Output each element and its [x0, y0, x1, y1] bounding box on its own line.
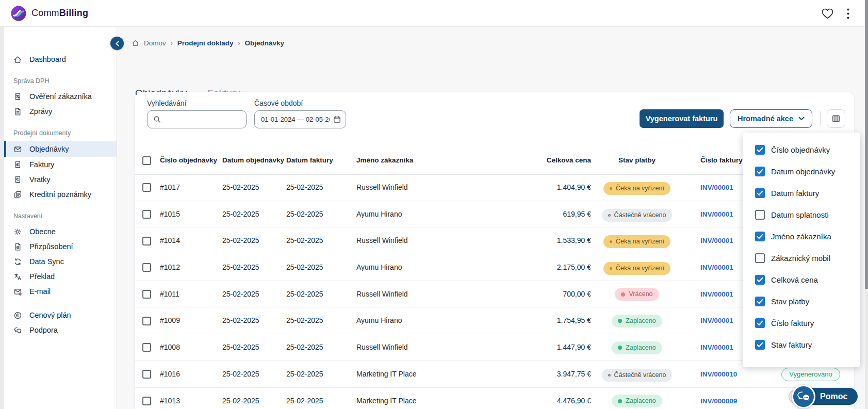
row-checkbox[interactable]	[142, 290, 151, 299]
sidebar-item-label: Podpora	[29, 326, 58, 334]
total-price-cell: 4.476,90 €	[506, 388, 591, 409]
checkbox-checked-icon[interactable]	[755, 318, 765, 328]
search-input[interactable]	[165, 116, 237, 123]
checkbox-checked-icon[interactable]	[755, 340, 765, 350]
invoice-link[interactable]: INV/000009	[700, 397, 737, 405]
column-toggle-datum-splatnosti[interactable]: Datum splatnosti	[743, 204, 860, 225]
invoice-link[interactable]: INV/00001	[700, 343, 733, 351]
col-customer-name[interactable]: Jméno zákazníka	[356, 146, 413, 174]
invoice-link[interactable]: INV/00001	[700, 210, 733, 218]
checkbox-checked-icon[interactable]	[755, 188, 765, 198]
sidebar-item-e-mail[interactable]: E-mail	[0, 284, 117, 299]
total-price-cell: 700,00 €	[506, 281, 591, 308]
column-toggle-stav-faktury[interactable]: Stav faktury	[743, 334, 860, 355]
col-total-price[interactable]: Celková cena	[506, 146, 591, 174]
sidebar-item-podpora[interactable]: Podpora	[0, 323, 117, 337]
invoice-link[interactable]: INV/000010	[700, 370, 737, 378]
sidebar-item-zpr-vy[interactable]: Zprávy	[0, 104, 117, 119]
checkbox-checked-icon[interactable]	[755, 232, 765, 241]
sidebar-collapse-button[interactable]	[110, 37, 124, 50]
invoice-link[interactable]: INV/00001	[700, 290, 733, 298]
favorites-heart-icon[interactable]	[822, 8, 833, 19]
payment-status-label: Čeká na vyřízení	[616, 262, 664, 275]
sidebar-item-data-sync[interactable]: Data Sync	[0, 254, 117, 269]
row-checkbox[interactable]	[142, 210, 151, 219]
invoice-link[interactable]: INV/00001	[700, 237, 733, 244]
col-payment-status[interactable]: Stav platby	[596, 146, 678, 174]
sidebar-item-kreditn-pozn-mky[interactable]: Kreditní poznámky	[0, 187, 117, 202]
col-order-date[interactable]: Datum objednávky	[222, 146, 284, 174]
column-settings-button[interactable]	[827, 109, 845, 128]
invoice-link[interactable]: INV/00001	[700, 184, 733, 191]
payment-status-label: Čeká na vyřízení	[616, 235, 664, 248]
sidebar-item-label: Objednávky	[29, 145, 69, 153]
scrollbar-thumb[interactable]	[865, 0, 868, 289]
row-checkbox[interactable]	[142, 370, 151, 379]
sidebar-item-p-izp-soben-[interactable]: Přizpůsobení	[0, 239, 117, 254]
column-toggle-datum-objedn-vky[interactable]: Datum objednávky	[743, 160, 860, 182]
invoice-link[interactable]: INV/00001	[700, 264, 733, 271]
column-toggle--slo-objedn-vky[interactable]: Číslo objednávky	[743, 139, 860, 160]
breadcrumb-home-icon[interactable]	[132, 39, 139, 47]
status-dot-icon	[610, 240, 612, 243]
order-date-cell: 25-02-2025	[222, 388, 259, 409]
row-checkbox[interactable]	[142, 183, 151, 192]
payment-status-cell: Zaplaceno	[596, 307, 678, 334]
sidebar-item-label: Kreditní poznámky	[29, 190, 91, 199]
order-date-cell: 25-02-2025	[222, 174, 259, 201]
sidebar-item-dashboard[interactable]: Dashboard	[0, 52, 117, 67]
sidebar-item-label: E-mail	[29, 287, 51, 296]
breadcrumb-level2[interactable]: Objednávky	[245, 39, 285, 47]
row-checkbox[interactable]	[142, 397, 151, 405]
sidebar-item-cenov-pl-n[interactable]: Cenový plán	[0, 308, 117, 322]
checkbox-checked-icon[interactable]	[755, 145, 765, 155]
generate-invoice-button[interactable]: Vygenerovat fakturu	[640, 109, 724, 128]
customer-name-cell: Marketing IT Place	[356, 388, 416, 409]
col-invoice-number[interactable]: Číslo faktury	[700, 146, 743, 174]
payment-status-label: Částečně vráceno	[614, 209, 666, 222]
checkbox-unchecked-icon[interactable]	[755, 210, 765, 220]
toolbar-divider	[820, 111, 821, 126]
row-checkbox[interactable]	[142, 343, 151, 352]
brand-logo-icon	[10, 5, 27, 22]
select-all-checkbox[interactable]	[142, 156, 151, 165]
invoice-number-cell: INV/00001	[700, 307, 733, 334]
checkbox-checked-icon[interactable]	[755, 167, 765, 176]
row-checkbox[interactable]	[142, 237, 151, 246]
date-range-picker[interactable]: 01-01-2024 — 02-05-202	[254, 110, 346, 128]
customer-name-cell: Russell Winfield	[356, 174, 408, 201]
column-toggle-z-kaznick-mobil[interactable]: Zákaznický mobil	[743, 247, 860, 269]
top-header: CommBilling	[0, 0, 868, 27]
breadcrumb-home[interactable]: Domov	[144, 39, 166, 47]
column-toggle-datum-faktury[interactable]: Datum faktury	[743, 182, 860, 204]
breadcrumb-level1[interactable]: Prodejní doklady	[177, 39, 234, 47]
sidebar-item-obecne[interactable]: Obecne	[0, 224, 117, 239]
col-order-number[interactable]: Číslo objednávky	[160, 146, 217, 174]
invoice-link[interactable]: INV/00001	[700, 317, 733, 324]
checkbox-checked-icon[interactable]	[755, 297, 765, 306]
page-scrollbar[interactable]	[865, 0, 868, 409]
search-box[interactable]	[147, 110, 247, 128]
column-toggle-celkov-cena[interactable]: Celková cena	[743, 269, 860, 290]
checkbox-checked-icon[interactable]	[755, 275, 765, 285]
payment-status-label: Zaplaceno	[626, 341, 656, 354]
sidebar-item-faktury[interactable]: Faktury	[0, 157, 117, 172]
column-toggle-label: Celková cena	[771, 275, 818, 284]
sidebar-item-objedn-vky[interactable]: Objednávky	[0, 141, 117, 157]
row-checkbox[interactable]	[142, 317, 151, 325]
kebab-menu-icon[interactable]	[847, 8, 849, 19]
column-toggle--slo-faktury[interactable]: Číslo faktury	[743, 312, 860, 334]
row-checkbox[interactable]	[142, 263, 151, 272]
checkbox-unchecked-icon[interactable]	[755, 253, 765, 263]
row-select-cell	[142, 361, 158, 388]
column-toggle-stav-platby[interactable]: Stav platby	[743, 290, 860, 312]
column-toggle-jm-no-z-kazn-ka[interactable]: Jméno zákazníka	[743, 225, 860, 247]
order-date-cell: 25-02-2025	[222, 201, 259, 228]
sidebar-item-ov-en-z-kazn-ka[interactable]: Ověření zákazníka	[0, 89, 117, 104]
invoice-number-cell: INV/000010	[700, 361, 737, 388]
sidebar-item-vratky[interactable]: Vratky	[0, 172, 117, 187]
bulk-actions-button[interactable]: Hromadné akce	[730, 109, 812, 128]
col-invoice-date[interactable]: Datum faktury	[286, 146, 333, 174]
sidebar-item-p-eklad[interactable]: Překlad	[0, 269, 117, 284]
help-chat-icon[interactable]	[792, 385, 815, 408]
